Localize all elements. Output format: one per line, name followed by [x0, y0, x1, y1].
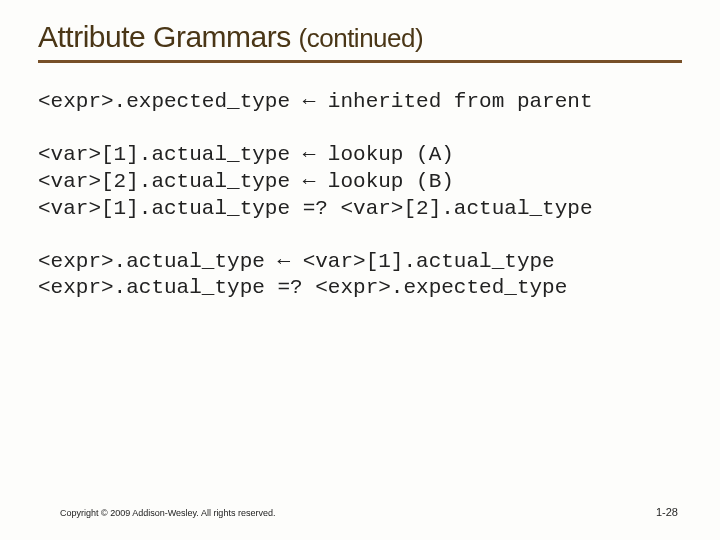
slide-title: Attribute Grammars (continued): [38, 20, 682, 54]
code-line: <var>[1].actual_type ← lookup (A): [38, 142, 682, 169]
copyright-text: Copyright © 2009 Addison-Wesley. All rig…: [60, 508, 275, 518]
slide: Attribute Grammars (continued) <expr>.ex…: [0, 0, 720, 540]
code-line: <var>[2].actual_type ← lookup (B): [38, 169, 682, 196]
title-sub: (continued): [299, 23, 424, 53]
code-line: <expr>.actual_type =? <expr>.expected_ty…: [38, 275, 682, 302]
content-area: <expr>.expected_type ← inherited from pa…: [38, 89, 682, 302]
block-1: <expr>.expected_type ← inherited from pa…: [38, 89, 682, 116]
title-rule: [38, 60, 682, 63]
block-2: <var>[1].actual_type ← lookup (A) <var>[…: [38, 142, 682, 223]
block-3: <expr>.actual_type ← <var>[1].actual_typ…: [38, 249, 682, 303]
page-number: 1-28: [656, 506, 678, 518]
title-main: Attribute Grammars: [38, 20, 299, 53]
code-line: <expr>.expected_type ← inherited from pa…: [38, 89, 682, 116]
code-line: <expr>.actual_type ← <var>[1].actual_typ…: [38, 249, 682, 276]
code-line: <var>[1].actual_type =? <var>[2].actual_…: [38, 196, 682, 223]
